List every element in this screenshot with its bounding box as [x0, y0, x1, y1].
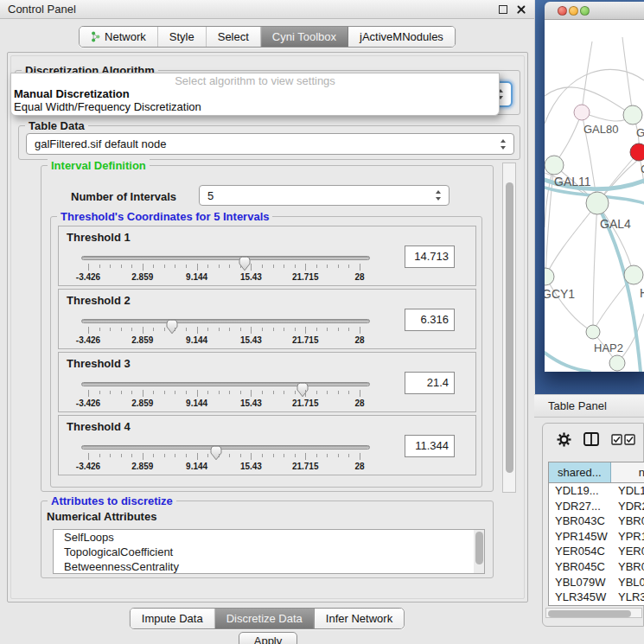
numerical-attributes-list[interactable]: SelfLoopsTopologicalCoefficientBetweenne… — [53, 529, 485, 574]
threshold-value-field[interactable]: 6.316 — [405, 309, 455, 331]
zoom-traffic-light[interactable] — [580, 6, 590, 16]
tab-style[interactable]: Style — [158, 27, 207, 47]
threshold-value-field[interactable]: 21.4 — [405, 372, 455, 394]
tab-jactivemnodules[interactable]: jActiveMNodules — [348, 27, 455, 47]
axis-tick-label: 28 — [354, 272, 364, 282]
control-panel-tabs: Network Style Select Cyni Toolbox jActiv… — [79, 26, 456, 48]
network-window-titlebar[interactable] — [545, 2, 644, 20]
float-window-icon[interactable] — [499, 5, 507, 14]
threshold-slider[interactable]: -3.4262.8599.14415.4321.71528 — [81, 312, 370, 348]
apply-button[interactable]: Apply — [239, 632, 297, 644]
vertical-scrollbar[interactable] — [502, 163, 516, 493]
attribute-list-item[interactable]: BetweennessCentrality — [54, 559, 484, 574]
scrollbar-thumb[interactable] — [506, 182, 513, 473]
table-row[interactable]: YER054CYER0 — [549, 544, 644, 559]
tab-select[interactable]: Select — [207, 27, 261, 47]
threshold-slider[interactable]: -3.4262.8599.14415.4321.71528 — [81, 438, 370, 475]
num-intervals-combo[interactable]: 5 — [199, 185, 450, 206]
threshold-slider[interactable]: -3.4262.8599.14415.4321.71528 — [81, 249, 370, 285]
right-region: GAL80GACGAL11GAL4GCY1HHAP2 Table Panel — [534, 0, 644, 644]
close-traffic-light[interactable] — [558, 6, 567, 16]
checkbox-checked-icon[interactable] — [624, 434, 635, 445]
axis-tick-label: 2.859 — [131, 272, 153, 282]
column-header-shared-name[interactable]: shared... — [549, 462, 611, 482]
slider-thumb-icon[interactable] — [209, 445, 223, 461]
slider-ticks — [88, 453, 360, 461]
slider-track[interactable] — [81, 256, 370, 260]
table-row[interactable]: YBR043CYBR0 — [549, 513, 644, 529]
slider-thumb-icon[interactable] — [238, 256, 252, 271]
table-row[interactable]: YLR345WYLR3 — [549, 590, 644, 605]
table-cell: YIL052C — [549, 605, 611, 606]
combo-arrows-icon — [501, 139, 507, 150]
tab-discretize-data[interactable]: Discretize Data — [215, 609, 315, 628]
slider-thumb-icon[interactable] — [165, 319, 179, 335]
tab-network[interactable]: Network — [80, 27, 158, 47]
table-cell: YBL0 — [611, 575, 644, 590]
threshold-value-field[interactable]: 14.713 — [405, 245, 455, 268]
table-data-combo[interactable]: galFiltered.sif default node — [26, 133, 514, 155]
network-node-label: HAP2 — [594, 341, 623, 354]
horizontal-scrollbar[interactable] — [545, 608, 642, 618]
network-node-label: H — [640, 286, 644, 300]
axis-tick-label: 28 — [354, 462, 364, 471]
interval-definition-group: Interval Definition Number of Intervals … — [41, 165, 494, 492]
axis-tick-label: -3.426 — [76, 462, 100, 471]
table-cell: YPR145W — [549, 529, 611, 545]
slider-track[interactable] — [81, 319, 370, 323]
network-node-label: GAL80 — [583, 123, 618, 136]
network-node[interactable] — [545, 156, 564, 175]
table-cell: YLR345W — [549, 590, 611, 605]
table-cell: YBR043C — [549, 513, 611, 529]
network-node[interactable] — [630, 143, 644, 161]
dropdown-option-manual[interactable]: Manual Discretization — [11, 87, 499, 100]
network-window[interactable]: GAL80GACGAL11GAL4GCY1HHAP2 — [545, 2, 644, 372]
slider-track[interactable] — [81, 445, 370, 450]
slider-ticks — [88, 327, 360, 335]
checkbox-checked-icon[interactable] — [611, 434, 622, 445]
attributes-scrollbar[interactable] — [474, 530, 484, 573]
axis-tick-label: 9.144 — [186, 462, 207, 471]
gear-icon[interactable] — [557, 432, 571, 447]
dropdown-option-equal-width[interactable]: Equal Width/Frequency Discretization — [11, 100, 499, 113]
table-row[interactable]: YDL19...YDL1 — [549, 483, 644, 499]
slider-track[interactable] — [81, 382, 370, 386]
minimize-traffic-light[interactable] — [569, 6, 578, 16]
tab-label: Cyni Toolbox — [272, 27, 336, 47]
attribute-list-item[interactable]: SelfLoops — [54, 530, 484, 545]
scrollbar-thumb[interactable] — [475, 532, 483, 564]
threshold-value-field[interactable]: 11.344 — [405, 435, 455, 457]
attribute-list-item[interactable]: TopologicalCoefficient — [54, 545, 484, 559]
slider-thumb-icon[interactable] — [296, 382, 309, 398]
table-body: YDL19...YDL1YDR27...YDR2YBR043CYBR0YPR14… — [549, 483, 644, 606]
tab-cyni-toolbox[interactable]: Cyni Toolbox — [261, 27, 348, 47]
table-row[interactable]: YIL052CYIL0 — [549, 605, 644, 606]
tab-label: jActiveMNodules — [360, 27, 443, 47]
table-row[interactable]: YBR045CYBR0 — [549, 559, 644, 575]
close-icon[interactable] — [516, 4, 526, 15]
column-header-name[interactable]: n — [611, 462, 644, 482]
table-row[interactable]: YPR145WYPR1 — [549, 529, 644, 545]
network-node[interactable] — [586, 325, 600, 339]
threshold-label: Threshold 2 — [67, 294, 131, 307]
axis-tick-label: 21.715 — [292, 462, 319, 471]
network-node[interactable] — [609, 355, 625, 371]
table-row[interactable]: YBL079WYBL0 — [549, 575, 644, 590]
tab-infer-network[interactable]: Infer Network — [315, 609, 404, 628]
split-columns-icon[interactable] — [583, 432, 599, 446]
network-node[interactable] — [586, 192, 609, 214]
network-canvas[interactable]: GAL80GACGAL11GAL4GCY1HHAP2 — [545, 20, 644, 372]
table-row[interactable]: YDR27...YDR2 — [549, 499, 644, 514]
network-node[interactable] — [623, 105, 642, 124]
network-node[interactable] — [624, 265, 643, 284]
axis-tick-label: 21.715 — [292, 399, 319, 408]
network-node[interactable] — [574, 105, 590, 120]
slider-axis-labels: -3.4262.8599.14415.4321.71528 — [88, 399, 360, 409]
thresholds-group: Threshold's Coordinates for 5 Intervals … — [50, 216, 482, 488]
tab-impute-data[interactable]: Impute Data — [131, 609, 215, 628]
scrollbar-thumb[interactable] — [548, 610, 631, 617]
slider-ticks — [88, 264, 360, 271]
threshold-slider[interactable]: -3.4262.8599.14415.4321.71528 — [81, 375, 370, 411]
axis-tick-label: 2.859 — [131, 335, 153, 345]
network-node[interactable] — [545, 268, 554, 285]
